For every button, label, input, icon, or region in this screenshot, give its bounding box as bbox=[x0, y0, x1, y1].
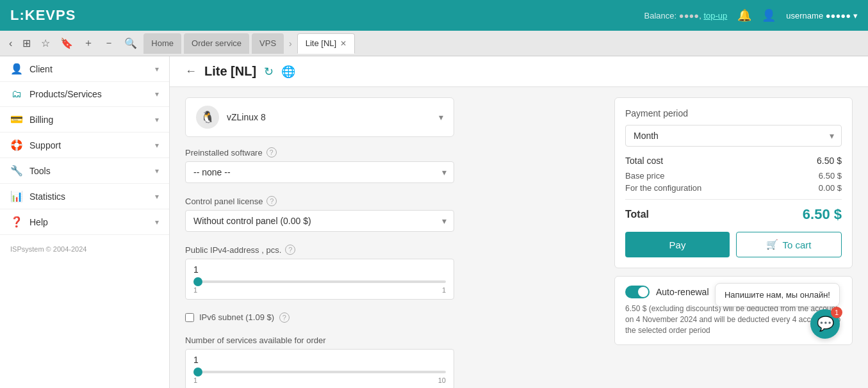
chevron-down-icon-2: ▾ bbox=[155, 90, 159, 99]
chevron-down-icon-3: ▾ bbox=[155, 115, 159, 124]
tab-home[interactable]: Home bbox=[143, 33, 181, 54]
page-header: ← Lite [NL] ↻ 🌐 bbox=[170, 56, 868, 87]
logo: L:KEVPS bbox=[10, 7, 76, 24]
payment-card: Payment period Month Quarter Half-year Y… bbox=[614, 97, 853, 268]
sidebar-item-products[interactable]: 🗂 Products/Services ▾ bbox=[0, 82, 169, 107]
cart-icon: 🛒 bbox=[766, 239, 778, 250]
topbar-right: Balance: ●●●●, top-up 🔔 👤 username ●●●●●… bbox=[644, 8, 858, 22]
ipv4-help-icon[interactable]: ? bbox=[285, 245, 295, 255]
refresh-icon[interactable]: ↻ bbox=[264, 65, 274, 79]
total-label: Total bbox=[625, 209, 649, 220]
tab-order-service[interactable]: Order service bbox=[184, 33, 249, 54]
chat-bubble: Напишите нам, мы онлайн! bbox=[715, 283, 840, 307]
total-cost-label: Total cost bbox=[625, 156, 663, 166]
control-panel-select-wrapper: Without control panel (0.00 $) bbox=[185, 210, 454, 232]
auto-renewal-title: Auto-renewal bbox=[656, 287, 709, 297]
tools-icon: 🔧 bbox=[10, 165, 23, 177]
ipv6-checkbox-row: IPv6 subnet (1.09 $) ? bbox=[185, 312, 454, 323]
num-services-text-input[interactable] bbox=[193, 355, 446, 365]
sidebar-item-tools[interactable]: 🔧 Tools ▾ bbox=[0, 158, 169, 184]
os-selector[interactable]: 🐧 vZLinux 8 ▾ bbox=[185, 97, 454, 137]
payment-period-label: Payment period bbox=[625, 108, 842, 118]
public-ipv4-section: Public IPv4-address , pcs. ? 1 1 bbox=[185, 245, 454, 300]
topup-link[interactable]: top-up bbox=[703, 11, 727, 20]
config-label: For the configuration bbox=[625, 183, 701, 193]
page-back-button[interactable]: ← bbox=[185, 65, 197, 78]
sidebar-label-statistics: Statistics bbox=[29, 191, 65, 202]
ipv4-slider-container: 1 1 bbox=[185, 259, 454, 300]
ipv4-slider-labels: 1 1 bbox=[193, 286, 446, 294]
ipv4-text-input[interactable] bbox=[193, 264, 446, 275]
preinstalled-software-label: Preinstalled software ? bbox=[185, 147, 454, 158]
base-price-row: Base price 6.50 $ bbox=[625, 171, 842, 181]
preinstalled-software-select-wrapper: -- none -- bbox=[185, 161, 454, 183]
topbar: L:KEVPS Balance: ●●●●, top-up 🔔 👤 userna… bbox=[0, 0, 868, 31]
minus-button[interactable]: － bbox=[100, 34, 118, 53]
main-layout: 👤 Client ▾ 🗂 Products/Services ▾ 💳 Billi… bbox=[0, 56, 868, 388]
plus-button[interactable]: ＋ bbox=[79, 34, 97, 53]
main-content: ← Lite [NL] ↻ 🌐 🐧 vZLinux 8 ▾ Preinstall… bbox=[170, 56, 868, 388]
pay-button[interactable]: Pay bbox=[625, 232, 730, 257]
balance-label: Balance: ●●●●, top-up bbox=[644, 11, 728, 20]
globe-icon[interactable]: 🌐 bbox=[281, 65, 295, 79]
sidebar-item-statistics[interactable]: 📊 Statistics ▾ bbox=[0, 184, 169, 209]
auto-renewal-description: 6.50 $ (excluding discounts) will be ded… bbox=[625, 303, 842, 335]
tab-close-icon[interactable]: ✕ bbox=[340, 39, 347, 48]
user-icon[interactable]: 👤 bbox=[762, 8, 776, 22]
star-button[interactable]: ☆ bbox=[37, 35, 54, 52]
page-title: Lite [NL] bbox=[204, 64, 256, 79]
sidebar-label-help: Help bbox=[29, 217, 48, 227]
right-panel: Payment period Month Quarter Half-year Y… bbox=[599, 87, 868, 388]
preinstalled-help-icon[interactable]: ? bbox=[266, 147, 277, 158]
statistics-icon: 📊 bbox=[10, 190, 23, 202]
grid-button[interactable]: ⊞ bbox=[19, 35, 35, 52]
total-cost-value: 6.50 $ bbox=[817, 156, 842, 166]
total-row: Total 6.50 $ bbox=[625, 206, 842, 223]
sidebar-item-support[interactable]: 🛟 Support ▾ bbox=[0, 133, 169, 158]
billing-icon: 💳 bbox=[10, 113, 23, 125]
chevron-down-icon: ▾ bbox=[155, 65, 159, 74]
ipv6-help-icon[interactable]: ? bbox=[279, 312, 290, 323]
divider bbox=[625, 199, 842, 200]
os-chevron-icon[interactable]: ▾ bbox=[439, 112, 443, 122]
chevron-down-icon-4: ▾ bbox=[155, 141, 159, 150]
total-cost-row: Total cost 6.50 $ bbox=[625, 156, 842, 166]
control-panel-select[interactable]: Without control panel (0.00 $) bbox=[185, 210, 454, 232]
ipv4-range-slider[interactable] bbox=[193, 280, 446, 283]
control-panel-label: Control panel license ? bbox=[185, 196, 454, 206]
sidebar-label-client: Client bbox=[29, 64, 53, 74]
auto-renewal-toggle[interactable] bbox=[625, 286, 650, 298]
back-button[interactable]: ‹ bbox=[5, 35, 16, 52]
sidebar-item-client[interactable]: 👤 Client ▾ bbox=[0, 56, 169, 82]
sidebar: 👤 Client ▾ 🗂 Products/Services ▾ 💳 Billi… bbox=[0, 56, 170, 388]
num-services-slider-labels: 1 10 bbox=[193, 376, 446, 384]
search-button[interactable]: 🔍 bbox=[120, 35, 141, 52]
chevron-down-icon-6: ▾ bbox=[155, 192, 159, 201]
footer-text: ISPsystem © 2004-2024 bbox=[0, 235, 169, 263]
base-price-value: 6.50 $ bbox=[819, 171, 842, 181]
bell-icon[interactable]: 🔔 bbox=[737, 8, 751, 22]
num-services-range-slider[interactable] bbox=[193, 371, 446, 373]
num-services-label: Number of services available for order bbox=[185, 335, 454, 345]
help-icon: ❓ bbox=[10, 216, 23, 228]
num-services-section: Number of services available for order 1… bbox=[185, 335, 454, 388]
ipv6-checkbox[interactable] bbox=[185, 313, 194, 322]
chevron-down-icon-5: ▾ bbox=[155, 166, 159, 175]
cost-section: Total cost 6.50 $ Base price 6.50 $ For … bbox=[625, 156, 842, 193]
sidebar-item-help[interactable]: ❓ Help ▾ bbox=[0, 209, 169, 235]
cart-button[interactable]: 🛒 To cart bbox=[736, 232, 842, 257]
ipv6-label[interactable]: IPv6 subnet (1.09 $) ? bbox=[199, 312, 290, 323]
period-select[interactable]: Month Quarter Half-year Year bbox=[625, 125, 842, 147]
user-menu[interactable]: username ●●●●● ▾ bbox=[786, 11, 858, 20]
tabsbar: ‹ ⊞ ☆ 🔖 ＋ － 🔍 Home Order service VPS › L… bbox=[0, 31, 868, 56]
bookmark-button[interactable]: 🔖 bbox=[56, 35, 77, 52]
sidebar-item-billing[interactable]: 💳 Billing ▾ bbox=[0, 107, 169, 133]
preinstalled-software-select[interactable]: -- none -- bbox=[185, 161, 454, 183]
num-services-slider-container: 1 10 bbox=[185, 349, 454, 388]
tab-vps[interactable]: VPS bbox=[252, 33, 284, 54]
tab-lite-nl[interactable]: Lite [NL] ✕ bbox=[297, 33, 355, 54]
sidebar-label-support: Support bbox=[29, 140, 61, 150]
products-icon: 🗂 bbox=[10, 88, 23, 100]
content-area: 🐧 vZLinux 8 ▾ Preinstalled software ? --… bbox=[170, 87, 868, 388]
control-panel-help-icon[interactable]: ? bbox=[266, 196, 277, 206]
